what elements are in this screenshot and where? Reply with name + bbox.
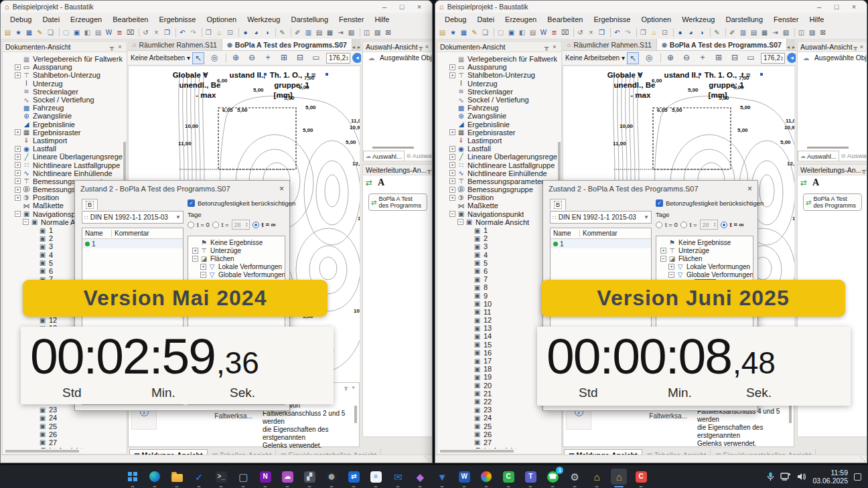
days-spinner[interactable]: 28 ▲▼ <box>700 220 718 230</box>
expander-icon[interactable]: + <box>449 162 455 168</box>
toolbar-icon[interactable] <box>360 28 360 37</box>
title-bar[interactable]: ⌂ Beispielprojekt - Baustatik – □ × <box>435 1 867 13</box>
document-tab[interactable]: ◉ BoPla A Test des Programms.S07 <box>657 39 787 50</box>
view-tool-icon[interactable]: ◎ <box>208 52 220 64</box>
expander-icon[interactable]: − <box>15 211 21 217</box>
minimize-icon[interactable]: – <box>376 1 393 13</box>
back-button[interactable]: ◂ <box>352 53 361 63</box>
result-tree-item[interactable]: + ▽ Lokale Verformungen <box>656 262 753 270</box>
result-tree-item[interactable]: ⚑ Keine Ergebnisse <box>656 238 753 246</box>
result-tree-item[interactable]: ⚑ Keine Ergebnisse <box>188 238 285 246</box>
toolbar-icon[interactable]: ▤ <box>749 27 758 39</box>
taskbar-app-icon[interactable]: ◆ <box>412 469 428 485</box>
workplane-dropdown[interactable]: Keine Arbeitseben ▾ <box>565 54 625 62</box>
document-tab[interactable]: ◉ BoPla A Test des Programms.S07 <box>222 39 352 50</box>
tree-item[interactable]: ▣ 2 <box>437 234 557 242</box>
view-tool-icon[interactable]: ▭ <box>310 52 322 64</box>
toolbar-icon[interactable]: ▤ <box>94 27 102 39</box>
view-tool-icon[interactable]: ↖ <box>627 52 639 64</box>
toolbar-icon[interactable]: ✎ <box>35 27 44 39</box>
expander-icon[interactable]: + <box>192 248 198 254</box>
tree-item[interactable]: ▣ 8 <box>437 283 557 291</box>
close-icon[interactable]: × <box>424 44 430 50</box>
toolbar-icon[interactable]: ↶ <box>178 27 187 39</box>
toolbar-icon[interactable]: ▥ <box>739 27 747 39</box>
toolbar-icon[interactable]: ▤ <box>3 27 12 39</box>
expander-icon[interactable]: + <box>449 72 455 78</box>
tree-item[interactable]: + ∿ Nichtlineare Einhüllende <box>3 169 123 177</box>
toolbar-icon[interactable]: ▧ <box>782 27 790 39</box>
tab-auswahl-1[interactable]: ☁ Auswahl... <box>798 151 839 161</box>
toolbar-icon[interactable]: W <box>104 27 113 39</box>
expander-icon[interactable]: + <box>15 72 21 78</box>
taskbar-app-icon[interactable]: ▞ <box>301 469 317 485</box>
toolbar-icon[interactable] <box>794 28 795 37</box>
view-tool-icon[interactable]: ⊖ <box>680 52 693 64</box>
tree-item[interactable]: ▦ Verlegebereich für Faltwerkselemente <box>437 55 557 63</box>
bopla-forward-button[interactable]: ⇄ BoPla A Test des Programms <box>368 193 427 211</box>
selected-objects-item[interactable]: ☁ Ausgewählte Objekte <box>363 52 433 62</box>
toolbar-icon[interactable]: ▤ <box>438 27 447 39</box>
toolbar-icon[interactable]: ⊠ <box>818 27 827 39</box>
result-tree-item[interactable]: − ▽ Globale Verformungen <box>188 270 285 278</box>
norm-select[interactable]: ∷ DIN EN 1992-1-1 2015-03 ▼ <box>550 211 652 224</box>
menu-item[interactable]: Ergebnisse <box>153 13 201 26</box>
toolbar-icon[interactable] <box>175 28 176 37</box>
expander-icon[interactable]: − <box>200 272 206 278</box>
taskbar-app-icon[interactable]: ◎ <box>323 469 340 485</box>
pin-icon[interactable]: ╥ <box>418 44 424 50</box>
view-tool-icon[interactable]: ⊞ <box>713 52 725 64</box>
horizontal-scrollbar[interactable] <box>807 147 849 149</box>
tree-item[interactable]: ▣ 1 <box>437 226 557 234</box>
tree-item[interactable]: + ◉ Lastfall <box>3 145 123 153</box>
tree-item[interactable]: ▣ 26 <box>437 430 557 438</box>
expander-icon[interactable]: + <box>660 248 666 254</box>
toolbar-icon[interactable] <box>291 28 291 37</box>
view-tool-icon[interactable]: ⊖ <box>246 52 258 64</box>
tree-item[interactable]: − ▣ Normale Ansicht <box>437 218 557 226</box>
zoom-value-field[interactable]: 176,2 ▲▼ <box>326 53 350 64</box>
bopla-forward-button[interactable]: ⇄ BoPla A Test des Programms <box>803 193 862 211</box>
toolbar-icon[interactable]: ❏ <box>46 27 55 39</box>
tree-item[interactable]: ▣ 27 <box>437 438 557 446</box>
back-button[interactable]: ◂ <box>787 53 796 63</box>
tree-item[interactable]: ◢ Ergebnislinie <box>3 120 123 129</box>
tree-item[interactable]: + Ⓑ Bemessungsgruppe <box>437 185 557 193</box>
tab-auswahl-1[interactable]: ☁ Auswahl... <box>363 151 405 161</box>
taskbar-app-icon[interactable]: ⌂ <box>611 469 627 485</box>
toolbar-icon[interactable]: × <box>152 27 161 39</box>
toolbar-icon[interactable]: ▦ <box>459 27 468 39</box>
expander-icon[interactable]: − <box>23 219 29 225</box>
table-row[interactable]: 1 <box>551 239 651 248</box>
taskbar-app-icon[interactable] <box>478 469 494 485</box>
message-scrollbar[interactable] <box>789 406 792 423</box>
resize-grip[interactable]: ⋱ <box>859 455 865 462</box>
view-tool-icon[interactable] <box>226 54 226 62</box>
expander-icon[interactable]: + <box>15 129 21 135</box>
notification-center-icon[interactable] <box>854 473 861 481</box>
result-tree-item[interactable]: + ⊤ Unterzüge <box>188 246 285 254</box>
taskbar-app-icon[interactable]: T <box>522 469 538 485</box>
taskbar-clock[interactable]: 11:59 03.06.2025 <box>812 469 848 485</box>
toolbar-icon[interactable] <box>139 28 139 37</box>
close-icon[interactable]: × <box>747 184 752 193</box>
taskbar-app-icon[interactable] <box>125 469 141 485</box>
result-tree-item[interactable]: − ◪ Flächen <box>188 254 285 262</box>
close-icon[interactable]: × <box>431 167 433 173</box>
tree-item[interactable]: I Unterzug <box>437 80 557 88</box>
expander-icon[interactable]: − <box>449 211 455 217</box>
expander-icon[interactable]: + <box>668 264 674 270</box>
tree-item[interactable]: ▣ 6 <box>437 267 557 275</box>
toolbar-icon[interactable]: W <box>539 27 548 39</box>
tree-item[interactable]: + ⊤ Bemessungsparameter <box>437 177 557 185</box>
norm-select[interactable]: ∷ DIN EN 1992-1-1 2015-03 ▼ <box>82 211 184 224</box>
pin-icon[interactable]: ╥ <box>542 44 551 50</box>
tab-b[interactable]: B <box>82 199 98 210</box>
tree-item[interactable]: + ◉ Lastfall <box>437 145 557 153</box>
result-tree-item[interactable]: − ▽ Globale Verformungen <box>656 270 753 278</box>
view-tool-icon[interactable]: ⊟ <box>294 52 306 64</box>
workplane-dropdown[interactable]: Keine Arbeitseben ▾ <box>131 54 190 62</box>
tree-item[interactable]: ▣ 7 <box>437 275 557 283</box>
tree-item[interactable]: ▣ 12 <box>437 316 557 324</box>
menu-item[interactable]: Ergebnisse <box>588 13 636 26</box>
